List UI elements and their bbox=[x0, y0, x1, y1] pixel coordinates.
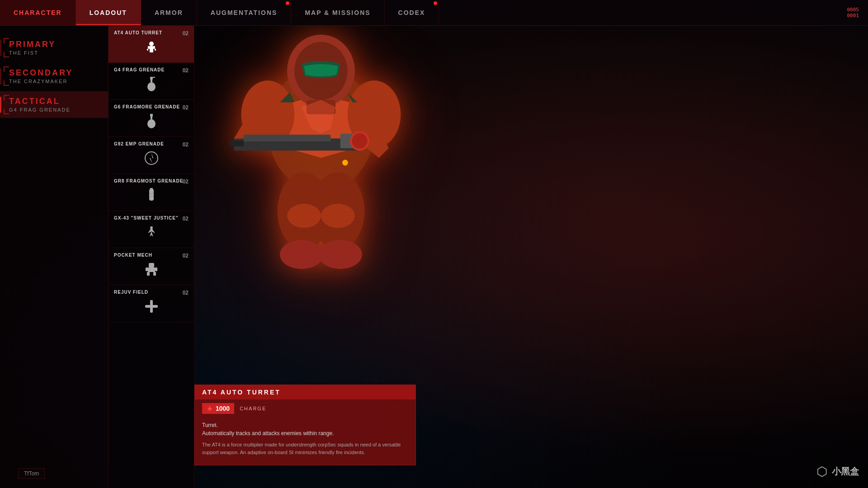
tab-armor[interactable]: ARMOR bbox=[141, 0, 197, 25]
svg-rect-15 bbox=[149, 189, 154, 201]
item-gr8frag-count: 02 bbox=[183, 178, 189, 185]
item-at4-name: AT4 AUTO TURRET bbox=[114, 30, 189, 35]
item-pocket-mech-name: POCKET MECH bbox=[114, 253, 189, 258]
watermark-text: 小黑盒 bbox=[832, 465, 859, 478]
top-nav: CHARACTER LOADOUT ARMOR AUGMENTATIONS MA… bbox=[0, 0, 868, 26]
svg-rect-22 bbox=[147, 272, 150, 276]
svg-rect-35 bbox=[244, 135, 330, 141]
info-stats: 1000 CHARGE bbox=[195, 399, 415, 418]
item-g6frag[interactable]: G6 FRAGMORE GRENADE 02 bbox=[108, 100, 194, 137]
corner-bl-primary bbox=[4, 52, 9, 57]
item-gr8frag-icon bbox=[142, 186, 160, 204]
svg-point-39 bbox=[352, 133, 367, 149]
svg-rect-6 bbox=[150, 77, 153, 80]
item-g92emp-name: G92 EMP GRENADE bbox=[114, 141, 189, 146]
item-gr8frag[interactable]: GR8 FRAGMOST GRENADE 02 bbox=[108, 174, 194, 211]
item-pocket-mech-count: 02 bbox=[183, 253, 189, 259]
tab-map[interactable]: MAP & MISSIONS bbox=[291, 0, 384, 25]
secondary-label: SECONDARY bbox=[9, 68, 99, 78]
svg-rect-1 bbox=[148, 46, 155, 49]
svg-point-46 bbox=[342, 160, 348, 166]
corner-bl-secondary bbox=[4, 80, 9, 86]
svg-point-11 bbox=[147, 119, 156, 128]
item-at4[interactable]: AT4 AUTO TURRET 02 bbox=[108, 26, 194, 63]
svg-point-45 bbox=[319, 240, 362, 269]
item-rejuv-name: REJUV FIELD bbox=[114, 290, 189, 295]
item-gr8frag-name: GR8 FRAGMOST GRENADE bbox=[114, 178, 189, 183]
item-g92emp-count: 02 bbox=[183, 141, 189, 148]
desc-short: Turret.Automatically tracks and attacks … bbox=[202, 421, 408, 437]
item-g92emp[interactable]: G92 EMP GRENADE 02 bbox=[108, 137, 194, 174]
item-g4frag-count: 02 bbox=[183, 67, 189, 74]
item-g6frag-name: G6 FRAGMORE GRENADE bbox=[114, 104, 189, 109]
svg-point-42 bbox=[287, 204, 321, 228]
corner-tl-tactical bbox=[4, 95, 9, 100]
item-gx43[interactable]: GX-43 "SWEET JUSTICE" 02 bbox=[108, 211, 194, 248]
item-gx43-name: GX-43 "SWEET JUSTICE" bbox=[114, 216, 189, 221]
desc-lore: The AT4 is a force multiplier made for u… bbox=[202, 441, 408, 457]
tactical-label: TACTICAL bbox=[9, 97, 99, 106]
info-description: Turret.Automatically tracks and attacks … bbox=[195, 418, 415, 465]
left-panel: PRIMARY THE FIST SECONDARY THE CRAZYMAKE… bbox=[0, 26, 108, 488]
tab-loadout[interactable]: LOADOUT bbox=[76, 0, 141, 25]
item-at4-count: 02 bbox=[183, 30, 189, 37]
svg-rect-20 bbox=[149, 263, 154, 267]
tab-map-label: MAP & MISSIONS bbox=[305, 9, 370, 16]
tab-armor-label: ARMOR bbox=[155, 9, 183, 16]
svg-rect-16 bbox=[150, 188, 153, 190]
svg-rect-37 bbox=[229, 141, 244, 146]
item-rejuv-icon bbox=[142, 297, 160, 315]
charge-value: 1000 bbox=[216, 405, 230, 412]
item-gx43-count: 02 bbox=[183, 216, 189, 222]
item-g4frag-name: G4 FRAG GRENADE bbox=[114, 67, 189, 72]
svg-rect-25 bbox=[155, 267, 157, 271]
watermark-logo: ⬡ bbox=[816, 464, 827, 479]
svg-rect-2 bbox=[147, 49, 148, 51]
svg-rect-10 bbox=[150, 114, 153, 117]
watermark: ⬡ 小黑盒 bbox=[816, 464, 859, 479]
item-g92emp-icon bbox=[142, 149, 160, 167]
tactical-section[interactable]: TACTICAL G4 FRAG GRENADE bbox=[0, 91, 108, 118]
svg-point-43 bbox=[321, 204, 355, 228]
primary-label: PRIMARY bbox=[9, 40, 99, 49]
secondary-sublabel: THE CRAZYMAKER bbox=[9, 79, 99, 84]
secondary-section[interactable]: SECONDARY THE CRAZYMAKER bbox=[0, 63, 108, 89]
item-g4frag-icon bbox=[142, 75, 160, 93]
tab-character-label: CHARACTER bbox=[14, 9, 62, 16]
item-info-panel: AT4 AUTO TURRET 1000 CHARGE Turret.Autom… bbox=[194, 385, 416, 465]
item-gx43-icon bbox=[142, 223, 160, 241]
primary-section[interactable]: PRIMARY THE FIST bbox=[0, 34, 108, 61]
svg-marker-14 bbox=[150, 153, 153, 164]
tab-codex[interactable]: CODEX bbox=[385, 0, 439, 25]
svg-rect-12 bbox=[151, 117, 152, 119]
nav-right-codes: 00050001 bbox=[847, 0, 868, 25]
primary-sublabel: THE FIST bbox=[9, 50, 99, 56]
info-title: AT4 AUTO TURRET bbox=[195, 385, 415, 399]
item-rejuv[interactable]: REJUV FIELD 02 bbox=[108, 285, 194, 322]
tactical-sublabel: G4 FRAG GRENADE bbox=[9, 107, 99, 113]
svg-rect-5 bbox=[151, 42, 152, 43]
item-g6frag-count: 02 bbox=[183, 104, 189, 111]
charge-icon bbox=[207, 405, 213, 412]
svg-marker-47 bbox=[207, 406, 212, 411]
item-rejuv-count: 02 bbox=[183, 290, 189, 296]
svg-point-13 bbox=[145, 152, 158, 164]
tab-character[interactable]: CHARACTER bbox=[0, 0, 76, 25]
charge-stat: 1000 bbox=[202, 403, 234, 414]
character-viewport bbox=[194, 23, 448, 303]
item-g4frag[interactable]: G4 FRAG GRENADE 02 bbox=[108, 63, 194, 100]
item-pocket-mech[interactable]: POCKET MECH 02 bbox=[108, 248, 194, 285]
item-list-panel: AT4 AUTO TURRET 02 G4 FRAG GRENADE 02 bbox=[108, 26, 194, 488]
svg-rect-3 bbox=[155, 49, 156, 51]
item-g6frag-icon bbox=[142, 112, 160, 130]
item-pocket-mech-icon bbox=[142, 260, 160, 278]
tab-augmentations-label: AUGMENTATIONS bbox=[211, 9, 278, 16]
svg-point-7 bbox=[147, 82, 156, 91]
corner-bl-tactical bbox=[4, 109, 9, 114]
character-model bbox=[194, 23, 448, 303]
svg-rect-21 bbox=[148, 267, 155, 272]
svg-rect-23 bbox=[153, 272, 156, 276]
tab-loadout-label: LOADOUT bbox=[90, 9, 127, 16]
charge-label: CHARGE bbox=[240, 406, 266, 411]
tab-augmentations[interactable]: AUGMENTATIONS bbox=[197, 0, 292, 25]
